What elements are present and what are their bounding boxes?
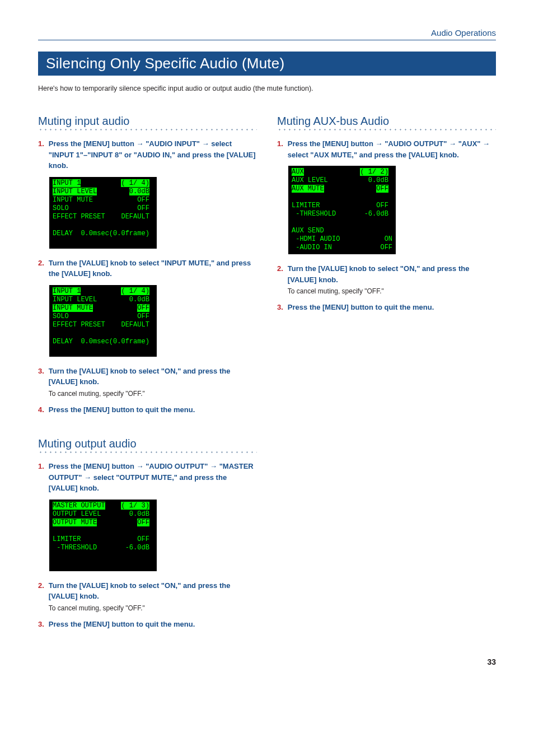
input-step-2: 2. Turn the [VALUE] knob to select "INPU… <box>38 258 257 279</box>
txt: Press the [MENU] button <box>49 462 137 470</box>
lcd-label: INPUT MUTE <box>53 304 93 312</box>
output-step-2: 2. Turn the [VALUE] knob to select "ON,"… <box>38 580 257 613</box>
step-number: 1. <box>38 461 44 494</box>
step-number: 2. <box>38 258 44 279</box>
txt: Turn the [VALUE] knob to select "ON," an… <box>49 367 231 386</box>
lcd-label: -HDMI AUDIO <box>292 235 340 243</box>
step-text: Press the [MENU] button to quit the menu… <box>49 404 195 416</box>
lcd-value: ON <box>385 235 392 243</box>
step-number: 2. <box>38 580 44 613</box>
lcd-output: MASTER OUTPUT ( 1/ 3) OUTPUT LEVEL 0.0dB… <box>49 500 157 571</box>
txt: Turn the [VALUE] knob to select "ON," an… <box>288 264 470 284</box>
lcd-label: EFFECT PRESET <box>53 321 105 329</box>
aux-step-3: 3. Press the [MENU] button to quit the m… <box>277 302 496 313</box>
txt: select "AUX MUTE," and press the [VALUE]… <box>288 151 459 159</box>
step-text: Press the [MENU] button → "AUDIO OUTPUT"… <box>49 461 257 494</box>
lcd-title: INPUT 1 <box>53 179 81 187</box>
lcd-title: AUX <box>292 168 304 176</box>
lcd-pager: ( 1/ 2) <box>360 168 388 176</box>
step-note: To cancel muting, specify "OFF." <box>49 603 257 613</box>
step-text: Press the [MENU] button to quit the menu… <box>49 619 195 630</box>
output-step-1: 1. Press the [MENU] button → "AUDIO OUTP… <box>38 461 257 494</box>
lcd-value: DEFAULT <box>121 321 149 329</box>
lcd-value: 0.0msec(0.0frame) <box>81 230 149 237</box>
lcd-value: -6.0dB <box>364 210 388 218</box>
section-breadcrumb: Audio Operations <box>38 28 496 40</box>
heading-muting-aux: Muting AUX-bus Audio <box>277 115 496 128</box>
lcd-value: -6.0dB <box>125 544 149 552</box>
lcd-value: DEFAULT <box>121 213 149 221</box>
step-number: 3. <box>38 619 44 630</box>
txt: Turn the [VALUE] knob to select "ON," an… <box>49 581 231 601</box>
divider <box>277 129 496 130</box>
arrow-icon: → <box>202 139 209 148</box>
divider <box>38 129 257 130</box>
lcd-label: DELAY <box>53 230 73 237</box>
lcd-label: LIMITER <box>53 535 81 543</box>
input-step-4: 4. Press the [MENU] button to quit the m… <box>38 404 257 416</box>
lcd-label: OUTPUT LEVEL <box>53 510 101 518</box>
lcd-value: 0.0dB <box>368 176 388 184</box>
step-text: Turn the [VALUE] knob to select "ON," an… <box>288 263 496 296</box>
arrow-icon: → <box>376 139 383 148</box>
lcd-label: LIMITER <box>292 202 320 209</box>
lcd-value: OFF <box>376 185 388 193</box>
lcd-title: INPUT 1 <box>53 287 81 295</box>
step-text: Press the [MENU] button to quit the menu… <box>288 302 434 313</box>
txt: Press the [MENU] button <box>49 139 137 148</box>
input-step-1: 1. Press the [MENU] button → "AUDIO INPU… <box>38 138 257 171</box>
lcd-value: OFF <box>137 519 149 526</box>
step-number: 1. <box>38 138 44 171</box>
lcd-label: EFFECT PRESET <box>53 213 105 221</box>
step-number: 2. <box>277 263 283 296</box>
step-number: 1. <box>277 138 283 160</box>
lcd-input-1: INPUT 1 ( 1/ 4) INPUT LEVEL 0.0dB INPUT … <box>49 177 157 249</box>
step-note: To cancel muting, specify "OFF." <box>288 286 496 296</box>
step-text: Press the [MENU] button → "AUDIO OUTPUT"… <box>288 138 496 160</box>
lcd-pager: ( 1/ 4) <box>121 179 149 187</box>
right-column: Muting AUX-bus Audio 1. Press the [MENU]… <box>277 115 496 635</box>
lcd-title: MASTER OUTPUT <box>53 502 105 510</box>
lcd-value: OFF <box>380 244 392 251</box>
lcd-label: DELAY <box>53 338 73 346</box>
lcd-label: -THRESHOLD <box>292 210 336 218</box>
lcd-label: SOLO <box>53 204 69 212</box>
lcd-pager: ( 1/ 4) <box>121 287 149 295</box>
txt: "AUDIO OUTPUT" <box>144 462 210 470</box>
step-text: Turn the [VALUE] knob to select "ON," an… <box>49 580 257 613</box>
input-step-3: 3. Turn the [VALUE] knob to select "ON,"… <box>38 366 257 399</box>
lcd-aux: AUX ( 1/ 2) AUX LEVEL 0.0dB AUX MUTE OFF… <box>288 166 396 254</box>
step-text: Press the [MENU] button → "AUDIO INPUT" … <box>49 138 257 171</box>
lcd-value: OFF <box>137 535 149 543</box>
lcd-value: 0.0dB <box>129 510 149 518</box>
page-title: Silencing Only Specific Audio (Mute) <box>38 52 496 76</box>
arrow-icon: → <box>137 139 144 148</box>
lcd-label: AUX SEND <box>292 227 324 235</box>
txt: Press the [MENU] button <box>288 139 376 148</box>
lcd-label: AUX MUTE <box>292 185 324 193</box>
lcd-label: -AUDIO IN <box>292 244 332 251</box>
left-column: Muting input audio 1. Press the [MENU] b… <box>38 115 257 635</box>
txt: "AUDIO OUTPUT" <box>383 139 449 148</box>
step-number: 3. <box>38 366 44 399</box>
lcd-value: 0.0dB <box>129 296 149 304</box>
lcd-label: AUX LEVEL <box>292 176 328 184</box>
heading-muting-input: Muting input audio <box>38 115 257 128</box>
arrow-icon: → <box>137 462 144 470</box>
step-note: To cancel muting, specify "OFF." <box>49 389 257 399</box>
arrow-icon: → <box>210 462 217 470</box>
lcd-value: OFF <box>137 312 149 320</box>
intro-text: Here's how to temporarily silence specif… <box>38 85 496 92</box>
txt: "AUDIO INPUT" <box>144 139 202 148</box>
page-number: 33 <box>38 657 496 666</box>
lcd-label: INPUT MUTE <box>53 196 93 204</box>
arrow-icon: → <box>449 139 456 148</box>
arrow-icon: → <box>84 473 91 482</box>
step-text: Turn the [VALUE] knob to select "INPUT M… <box>49 258 257 279</box>
heading-muting-output: Muting output audio <box>38 437 257 450</box>
lcd-value: 0.0msec(0.0frame) <box>81 338 149 346</box>
aux-step-2: 2. Turn the [VALUE] knob to select "ON,"… <box>277 263 496 296</box>
step-text: Turn the [VALUE] knob to select "ON," an… <box>49 366 257 399</box>
lcd-label: SOLO <box>53 312 69 320</box>
step-number: 3. <box>277 302 283 313</box>
